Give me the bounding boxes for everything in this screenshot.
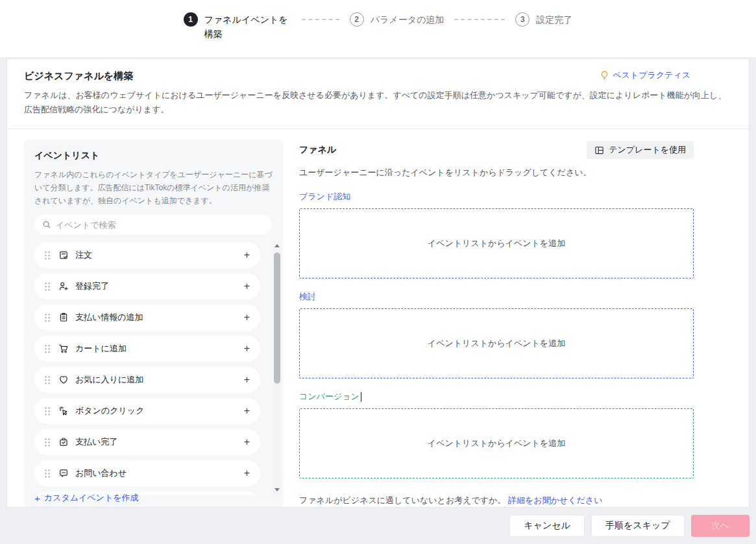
step-3-label: 設定完了: [536, 12, 572, 27]
step-connector-1: [302, 19, 339, 20]
dropzone-hint: イベントリストからイベントを追加: [428, 238, 565, 249]
dropzone-hint: イベントリストからイベントを追加: [428, 338, 565, 349]
step-3-setup-complete: 3 設定完了: [515, 12, 572, 27]
funnel-description: ユーザージャーニーに沿ったイベントをリストからドラッグしてください。: [299, 167, 694, 179]
template-icon: [594, 145, 604, 155]
step-connector-2: [454, 19, 505, 20]
click-icon: [58, 406, 69, 416]
cancel-button[interactable]: キャンセル: [509, 515, 585, 537]
footer-bar: キャンセル 手順をスキップ 次へ: [0, 508, 756, 544]
drag-handle-icon[interactable]: [45, 251, 50, 260]
event-item-label: ボタンのクリック: [75, 405, 144, 417]
add-event-button[interactable]: +: [244, 437, 250, 447]
funnel-panel: ファネル テンプレートを使用 ユーザージャーニーに沿ったイベントをリストからドラ…: [299, 140, 694, 508]
scrollbar-down-arrow[interactable]: [273, 485, 281, 494]
funnel-stage-consideration: 検討 イベントリストからイベントを追加: [299, 290, 694, 378]
add-event-button[interactable]: +: [244, 250, 250, 260]
order-icon: [58, 250, 69, 260]
event-item-label: 支払い情報の追加: [75, 312, 143, 323]
event-item-label: 注文: [75, 249, 92, 261]
feedback-link[interactable]: 詳細をお聞かせください: [508, 495, 602, 505]
drag-handle-icon[interactable]: [45, 438, 50, 447]
step-1-build-funnel-events: 1 ファネルイベントを構築: [184, 12, 291, 41]
event-item-add-to-favorites[interactable]: お気に入りに追加 +: [34, 367, 260, 393]
drag-handle-icon[interactable]: [45, 376, 50, 384]
event-item-label: お問い合わせ: [75, 467, 127, 479]
add-event-button[interactable]: +: [244, 343, 250, 354]
scrollbar-thumb[interactable]: [274, 253, 280, 384]
stepper-bar: 1 ファネルイベントを構築 2 パラメータの追加 3 設定完了: [0, 0, 756, 57]
drag-handle-icon[interactable]: [45, 469, 50, 478]
clipboard-icon: [58, 312, 69, 323]
event-item-add-payment-info[interactable]: 支払い情報の追加 +: [34, 304, 260, 330]
funnel-stage-conversion: コンバージョン イベントリストからイベントを追加: [299, 390, 694, 478]
add-event-button[interactable]: +: [244, 406, 250, 416]
create-custom-event-link[interactable]: + カスタムイベントを作成: [34, 492, 139, 504]
heart-icon: [58, 375, 69, 385]
create-custom-event-label: カスタムイベントを作成: [44, 492, 139, 504]
funnel-setup-card: ビジネスファネルを構築 ベストプラクティス ファネルは、お客様のウェブサイトにお…: [6, 58, 750, 508]
feedback-text: ファネルがビジネスに適していないとお考えですか。: [299, 495, 506, 505]
event-item-registration-complete[interactable]: 登録完了 +: [34, 273, 260, 299]
event-item-order[interactable]: 注文 +: [34, 242, 260, 268]
funnel-stage-brand-awareness: ブランド認知 イベントリストからイベントを追加: [299, 190, 694, 278]
consideration-dropzone[interactable]: イベントリストからイベントを追加: [299, 308, 694, 378]
skip-step-button[interactable]: 手順をスキップ: [591, 515, 685, 537]
stage-label-consideration[interactable]: 検討: [299, 291, 316, 303]
event-item-button-click[interactable]: ボタンのクリック +: [34, 398, 260, 424]
drag-handle-icon[interactable]: [45, 407, 50, 415]
use-template-label: テンプレートを使用: [609, 144, 686, 156]
conversion-dropzone[interactable]: イベントリストからイベントを追加: [299, 408, 694, 478]
brand-awareness-dropzone[interactable]: イベントリストからイベントを追加: [299, 208, 694, 278]
stage-label-brand-awareness[interactable]: ブランド認知: [299, 191, 350, 203]
best-practice-label: ベストプラクティス: [613, 69, 690, 81]
page-description: ファネルは、お客様のウェブサイトにおけるユーザージャーニーを反映させる必要があり…: [24, 88, 732, 117]
event-list: 注文 + 登録完了 +: [34, 242, 260, 495]
text-cursor: [361, 392, 361, 402]
event-list-panel: イベントリスト ファネル内のこれらのイベントタイプをユーザージャーニーに基づいて…: [24, 140, 284, 508]
add-event-button[interactable]: +: [244, 468, 250, 478]
funnel-title: ファネル: [299, 144, 336, 156]
event-list-title: イベントリスト: [34, 150, 273, 162]
funnel-header: ファネル テンプレートを使用: [299, 141, 694, 159]
lightbulb-icon: [600, 70, 609, 80]
event-item-label: お気に入りに追加: [75, 374, 143, 386]
step-1-label: ファネルイベントを構築: [204, 12, 291, 41]
step-3-badge: 3: [515, 12, 530, 27]
scrollbar-up-arrow[interactable]: [273, 241, 281, 250]
drag-handle-icon[interactable]: [45, 282, 50, 291]
event-item-label: 支払い完了: [75, 436, 117, 448]
event-item-add-to-cart[interactable]: カートに追加 +: [34, 336, 260, 362]
stage-label-text: コンバージョン: [299, 391, 360, 402]
card-body: イベントリスト ファネル内のこれらのイベントタイプをユーザージャーニーに基づいて…: [7, 129, 749, 508]
step-2-label: パラメータの追加: [371, 12, 445, 27]
plus-icon: +: [34, 493, 40, 504]
add-event-button[interactable]: +: [244, 312, 250, 323]
cart-icon: [58, 343, 69, 354]
best-practice-link[interactable]: ベストプラクティス: [600, 69, 690, 81]
card-header: ビジネスファネルを構築 ベストプラクティス ファネルは、お客様のウェブサイトにお…: [7, 59, 749, 129]
add-event-button[interactable]: +: [244, 375, 250, 385]
user-add-icon: [58, 281, 69, 291]
use-template-button[interactable]: テンプレートを使用: [587, 141, 694, 159]
step-1-badge: 1: [184, 12, 198, 27]
dropzone-hint: イベントリストからイベントを追加: [428, 438, 565, 449]
funnel-feedback: ファネルがビジネスに適していないとお考えですか。 詳細をお聞かせください: [299, 495, 694, 506]
drag-handle-icon[interactable]: [45, 314, 50, 322]
event-search[interactable]: [34, 215, 272, 234]
step-2-add-parameters: 2 パラメータの追加: [350, 12, 445, 27]
search-icon: [42, 220, 51, 229]
event-item-payment-complete[interactable]: 支払い完了 +: [34, 429, 260, 455]
event-list-scrollbar[interactable]: [273, 241, 281, 494]
event-item-contact[interactable]: お問い合わせ +: [34, 460, 260, 486]
stage-label-conversion[interactable]: コンバージョン: [299, 391, 361, 402]
event-item-label: 登録完了: [75, 280, 109, 292]
event-list-description: ファネル内のこれらのイベントタイプをユーザージャーニーに基づいて分類します。広告…: [34, 168, 273, 207]
search-input[interactable]: [56, 220, 264, 230]
payment-complete-icon: [58, 437, 69, 447]
event-item-label: カートに追加: [75, 343, 127, 354]
add-event-button[interactable]: +: [244, 281, 250, 291]
chat-icon: [58, 468, 69, 478]
next-button[interactable]: 次へ: [691, 515, 750, 537]
drag-handle-icon[interactable]: [45, 345, 50, 353]
